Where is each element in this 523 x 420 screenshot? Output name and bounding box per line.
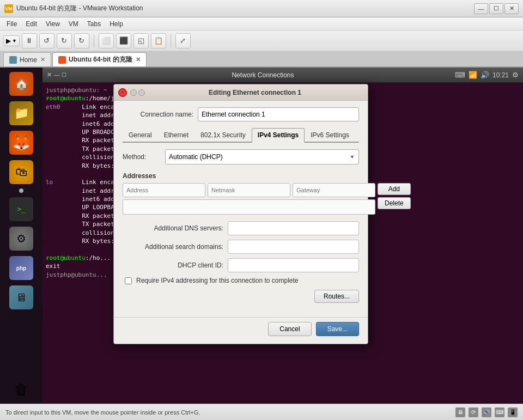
method-select[interactable]: Automatic (DHCP) Manual Link-Local Only … — [165, 149, 359, 165]
dialog-close-button[interactable]: ✕ — [118, 88, 127, 97]
addresses-empty-row — [123, 199, 375, 215]
status-icon-3: 🔊 — [482, 407, 491, 417]
minimize-button[interactable]: — — [474, 3, 488, 14]
toolbar: ▶▼ ⏸ ↺ ↻ ↻ ⬜ ⬛ ◱ 📋 ⤢ — [0, 31, 523, 51]
close-button[interactable]: ✕ — [504, 3, 519, 14]
tab-home-label: Home — [20, 56, 37, 64]
toolbar-btn-suspend[interactable]: ⏸ — [22, 33, 37, 48]
sidebar-item-files[interactable]: 📁 — [7, 99, 35, 127]
save-button[interactable]: Save... — [316, 322, 359, 336]
dns-label: Additional DNS servers: — [123, 224, 223, 232]
toolbar-btn-display4[interactable]: 📋 — [151, 33, 166, 48]
tab-8021x[interactable]: 802.1x Security — [194, 128, 252, 142]
main-content: 🏠 📁 🦊 🛍 >_ ⚙ php — [0, 68, 523, 404]
trash-icon: 🗑 — [9, 378, 33, 401]
routes-button[interactable]: Routes... — [314, 290, 359, 303]
ipv4-required-checkbox[interactable] — [125, 277, 132, 284]
toolbar-btn-display2[interactable]: ⬛ — [116, 33, 131, 48]
dhcp-input[interactable] — [228, 258, 359, 272]
sidebar-item-terminal[interactable]: >_ — [7, 195, 35, 223]
status-bar: To direct input to this VM, move the mou… — [0, 404, 523, 420]
network-window: ✕ — ☐ Network Connections ⌨ 📶 🔊 10:21 ⚙ … — [42, 68, 523, 404]
settings-icon: ⚙ — [9, 227, 33, 251]
status-icon-2: ⟳ — [469, 407, 478, 417]
tab-ipv4[interactable]: IPv4 Settings — [252, 128, 305, 143]
vmware-titlebar: VM Ubuntu 64-bit 的克隆 - VMware Workstatio… — [0, 0, 523, 17]
addresses-inputs — [123, 183, 375, 215]
addresses-grid — [123, 183, 375, 197]
tab-ubuntu-icon — [58, 56, 66, 64]
tab-ethernet[interactable]: Ethernet — [158, 128, 194, 142]
window-controls: — ☐ ✕ — [474, 3, 519, 14]
dns-row: Additional DNS servers: — [123, 221, 359, 235]
status-icon-4: ⌨ — [495, 407, 504, 417]
tab-home[interactable]: Home ✕ — [3, 52, 51, 66]
add-button[interactable]: Add — [378, 183, 411, 195]
files-icon: 📁 — [9, 101, 33, 125]
dialog-tabs: General Ethernet 802.1x Security IPv4 Se… — [123, 128, 359, 143]
menu-view[interactable]: View — [41, 19, 64, 29]
tab-general[interactable]: General — [123, 128, 158, 142]
ubuntu-home-icon: 🏠 — [9, 72, 33, 96]
php-icon: php — [9, 256, 33, 280]
sidebar-item-ubuntu-home[interactable]: 🏠 — [7, 70, 35, 98]
toolbar-btn-refresh1[interactable]: ↺ — [39, 33, 54, 48]
search-domains-row: Additional search domains: — [123, 240, 359, 254]
toolbar-separator-2 — [171, 34, 171, 47]
software-icon: 🛍 — [9, 160, 33, 184]
sidebar-item-remote[interactable]: 🖥 — [7, 283, 35, 312]
dialog-min-button[interactable] — [130, 89, 137, 96]
tab-ubuntu-close[interactable]: ✕ — [136, 56, 141, 63]
status-message: To direct input to this VM, move the mou… — [5, 409, 200, 416]
dhcp-label: DHCP client ID: — [123, 261, 223, 269]
tab-ipv6[interactable]: IPv6 Settings — [305, 128, 355, 142]
toolbar-btn-refresh2[interactable]: ↻ — [57, 33, 72, 48]
status-right-icons: 🖥 ⟳ 🔊 ⌨ 📱 — [455, 407, 518, 417]
toolbar-btn-fullscreen[interactable]: ⤢ — [175, 33, 191, 48]
gateway-input[interactable] — [293, 183, 375, 197]
vmware-icon: VM — [4, 4, 13, 13]
delete-button[interactable]: Delete — [378, 197, 411, 209]
terminal-icon: >_ — [9, 197, 33, 221]
menu-vm[interactable]: VM — [64, 19, 83, 29]
vm-power-dropdown[interactable]: ▶▼ — [3, 35, 20, 46]
cancel-button[interactable]: Cancel — [268, 322, 311, 336]
sidebar-arrow — [19, 188, 23, 193]
connection-name-label: Connection name: — [123, 111, 193, 118]
sidebar-item-php[interactable]: php — [7, 254, 35, 282]
menu-edit[interactable]: Edit — [21, 19, 41, 29]
dialog-titlebar: ✕ Editing Ethernet connection 1 — [114, 84, 368, 101]
addresses-label: Addresses — [123, 172, 359, 180]
netmask-input[interactable] — [208, 183, 290, 197]
toolbar-btn-refresh3[interactable]: ↻ — [74, 33, 89, 48]
dialog-overlay: ✕ Editing Ethernet connection 1 Connecti… — [42, 68, 523, 404]
sidebar-item-software[interactable]: 🛍 — [7, 158, 35, 186]
vmware-title: Ubuntu 64-bit 的克隆 - VMware Workstation — [16, 4, 474, 13]
menu-help[interactable]: Help — [105, 19, 127, 29]
dhcp-row: DHCP client ID: — [123, 258, 359, 272]
dialog-title: Editing Ethernet connection 1 — [147, 89, 363, 96]
tab-ubuntu[interactable]: Ubuntu 64-bit 的克隆 ✕ — [52, 52, 147, 66]
search-domains-input[interactable] — [228, 240, 359, 254]
sidebar-item-firefox[interactable]: 🦊 — [7, 129, 35, 157]
ubuntu-desktop: 🏠 📁 🦊 🛍 >_ ⚙ php — [0, 68, 523, 404]
tab-home-close[interactable]: ✕ — [40, 56, 45, 63]
status-icon-5: 📱 — [508, 407, 518, 417]
routes-row: Routes... — [123, 290, 359, 303]
ipv4-required-row: Require IPv4 addressing for this connect… — [123, 277, 359, 284]
sidebar-item-trash[interactable]: 🗑 — [7, 375, 35, 404]
menu-bar: File Edit View VM Tabs Help — [0, 17, 523, 31]
toolbar-btn-display3[interactable]: ◱ — [133, 33, 149, 48]
dns-input[interactable] — [228, 221, 359, 235]
tab-ubuntu-label: Ubuntu 64-bit 的克隆 — [69, 55, 132, 64]
dialog-max-button[interactable] — [138, 89, 145, 96]
connection-name-input[interactable] — [198, 107, 359, 121]
address-input[interactable] — [123, 183, 205, 197]
toolbar-btn-display1[interactable]: ⬜ — [99, 33, 114, 48]
maximize-button[interactable]: ☐ — [489, 3, 503, 14]
connection-name-row: Connection name: — [123, 107, 359, 121]
menu-file[interactable]: File — [2, 19, 21, 29]
menu-tabs[interactable]: Tabs — [83, 19, 105, 29]
method-select-wrap[interactable]: Automatic (DHCP) Manual Link-Local Only … — [165, 149, 359, 165]
sidebar-item-settings[interactable]: ⚙ — [7, 224, 35, 253]
